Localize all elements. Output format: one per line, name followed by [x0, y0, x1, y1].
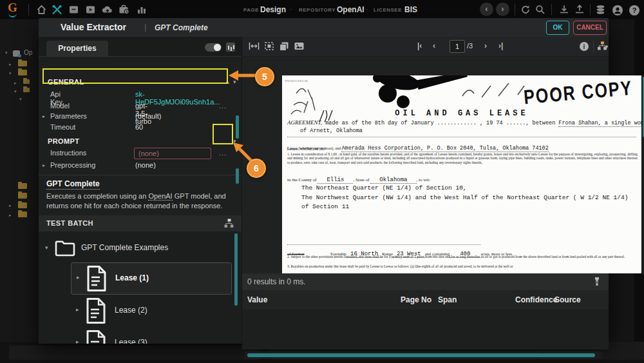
- dialog-title: Value Extractor: [61, 22, 126, 32]
- openai-link[interactable]: OpenAI: [148, 192, 172, 201]
- instructions-more-button[interactable]: ...: [219, 149, 227, 157]
- tree-item-lease-2[interactable]: ▸ Lease (2): [71, 296, 231, 326]
- upload-icon[interactable]: [574, 5, 585, 17]
- expand-arrow-icon[interactable]: ▸: [43, 113, 45, 119]
- ink-blot: [321, 75, 469, 113]
- help-description: Executes a completion using an OpenAI GP…: [46, 191, 234, 211]
- tree-item-label[interactable]: Lease (2): [115, 306, 147, 315]
- folder-icon: [54, 239, 76, 257]
- scrollbar-thumb[interactable]: [234, 233, 238, 306]
- cancel-button[interactable]: CANCEL: [573, 21, 607, 35]
- page-value[interactable]: Design: [260, 5, 286, 14]
- tract-line: The Northeast Quarter (NE 1/4) of Sectio…: [301, 184, 628, 193]
- tree-item-label[interactable]: Lease (3): [115, 338, 147, 344]
- page-number-input[interactable]: 1: [450, 40, 465, 53]
- flashlight-icon[interactable]: [593, 277, 601, 287]
- fit-width-icon[interactable]: [249, 41, 260, 54]
- expand-arrow-icon[interactable]: ▸: [77, 274, 80, 280]
- bg-panel: [9, 346, 260, 360]
- results-table-body: [242, 309, 609, 349]
- refresh-icon[interactable]: [520, 5, 531, 17]
- expand-arrow-icon: ▸: [9, 213, 12, 218]
- help-title[interactable]: GPT Complete: [46, 179, 100, 190]
- tools-icon[interactable]: [52, 5, 62, 17]
- viewer-toolbar: |‹ ‹ 1 /3 › ›| i ▾: [242, 37, 609, 57]
- tab-row: Properties: [39, 37, 242, 57]
- expand-arrow-icon[interactable]: ▾: [45, 244, 48, 251]
- test-batch-tree: ▾ GPT Complete Examples ▸ Lease (1) ▸ Le…: [39, 231, 242, 344]
- box-archive-icon[interactable]: [68, 5, 79, 17]
- repository-value[interactable]: OpenAI: [337, 5, 365, 14]
- home-icon[interactable]: [36, 5, 47, 17]
- forward-icon[interactable]: ›: [496, 3, 509, 16]
- chevron-down-icon[interactable]: ▾: [605, 44, 608, 50]
- info-icon[interactable]: i: [579, 41, 589, 54]
- expand-arrow-icon[interactable]: ▸: [76, 338, 79, 344]
- download-icon[interactable]: [559, 5, 569, 17]
- user-icon[interactable]: [612, 5, 623, 19]
- dialog-header: Value Extractor | GPT Complete OK CANCEL: [39, 18, 609, 37]
- back-icon[interactable]: ‹: [480, 3, 493, 16]
- tree-item-label[interactable]: Lease (1): [115, 273, 149, 282]
- column-header[interactable]: Span: [438, 295, 457, 304]
- preprocessing-value[interactable]: (none): [135, 161, 156, 169]
- parameters-value[interactable]: (default): [135, 112, 161, 120]
- expand-arrow-icon: ▾: [19, 97, 22, 102]
- licensee-value[interactable]: BIS: [404, 5, 417, 14]
- cloud-upload-icon[interactable]: [102, 5, 113, 17]
- database-icon[interactable]: [595, 5, 606, 17]
- box-play-icon[interactable]: [85, 5, 96, 17]
- horizontal-scrollbar[interactable]: [245, 351, 603, 359]
- scrollbar-thumb[interactable]: [236, 115, 239, 139]
- column-header[interactable]: Confidence: [515, 295, 557, 304]
- column-header[interactable]: Source: [554, 295, 581, 304]
- document-icon: [85, 297, 107, 324]
- section-prompt[interactable]: PROMPT: [48, 137, 79, 145]
- paragraph-1: 1. Lessee in consideration of $ 1.00 , i…: [287, 152, 638, 164]
- column-header[interactable]: Value: [247, 295, 267, 304]
- divider: [515, 4, 515, 15]
- first-page-icon[interactable]: |‹: [417, 41, 422, 50]
- chevron-collapse-icon[interactable]: ▾: [233, 79, 236, 85]
- tab-properties[interactable]: Properties: [46, 41, 108, 56]
- expand-arrow-icon[interactable]: ▸: [43, 162, 45, 168]
- properties-toggle[interactable]: [205, 43, 222, 52]
- document-page[interactable]: PRODUCERS 88 POOR CO: [282, 75, 641, 273]
- instructions-input[interactable]: (none): [134, 148, 211, 159]
- image-icon[interactable]: [294, 41, 305, 54]
- timeout-label: Timeout: [50, 123, 75, 131]
- folder-icon: [18, 183, 27, 189]
- highlight-box-api-key: [43, 68, 228, 84]
- page-total: /3: [467, 42, 473, 50]
- bar-chart-icon[interactable]: [137, 5, 147, 17]
- tree-folder-row[interactable]: ▾ GPT Complete Examples: [39, 237, 242, 262]
- scrollbar-thumb[interactable]: [236, 168, 239, 184]
- prev-page-icon[interactable]: ‹: [433, 41, 435, 50]
- licensee-label: LICENSEE: [374, 7, 402, 13]
- ok-button[interactable]: OK: [546, 21, 569, 35]
- model-more-button[interactable]: ...: [219, 102, 227, 110]
- background-node-tree: ▾ Op ▸ ▾ ▸ ▾ ▾ ▸ ▸: [0, 19, 39, 363]
- timeout-value[interactable]: 60: [135, 123, 143, 131]
- viewer-panel: |‹ ‹ 1 /3 › ›| i ▾ PRODUCERS 88: [242, 37, 609, 344]
- last-page-icon[interactable]: ›|: [498, 41, 503, 50]
- briefcase-clock-icon[interactable]: [118, 5, 130, 17]
- column-header[interactable]: Page No: [401, 295, 431, 304]
- help-icon[interactable]: ?: [629, 5, 640, 19]
- layers-icon[interactable]: [279, 41, 289, 54]
- bg-root-label: Op: [24, 49, 32, 56]
- grooper-logo-icon[interactable]: G: [8, 1, 17, 15]
- paragraph-3: 3. Royalties on production under this le…: [287, 264, 638, 268]
- hierarchy-icon[interactable]: [224, 219, 234, 228]
- chevron-collapse-icon[interactable]: ▾: [233, 138, 236, 144]
- search-icon[interactable]: [535, 5, 545, 17]
- select-region-icon[interactable]: [264, 41, 274, 54]
- expand-arrow-icon[interactable]: ▸: [76, 306, 79, 313]
- tree-item-lease-3[interactable]: ▸ Lease (3): [71, 328, 231, 344]
- folder-icon: [18, 211, 27, 217]
- tree-item-lease-1[interactable]: ▸ Lease (1): [71, 262, 232, 295]
- chart-toggle-icon[interactable]: [226, 43, 235, 52]
- expand-arrow-icon: ▸: [9, 203, 12, 208]
- tree-folder-label[interactable]: GPT Complete Examples: [81, 243, 168, 252]
- next-page-icon[interactable]: ›: [484, 41, 487, 50]
